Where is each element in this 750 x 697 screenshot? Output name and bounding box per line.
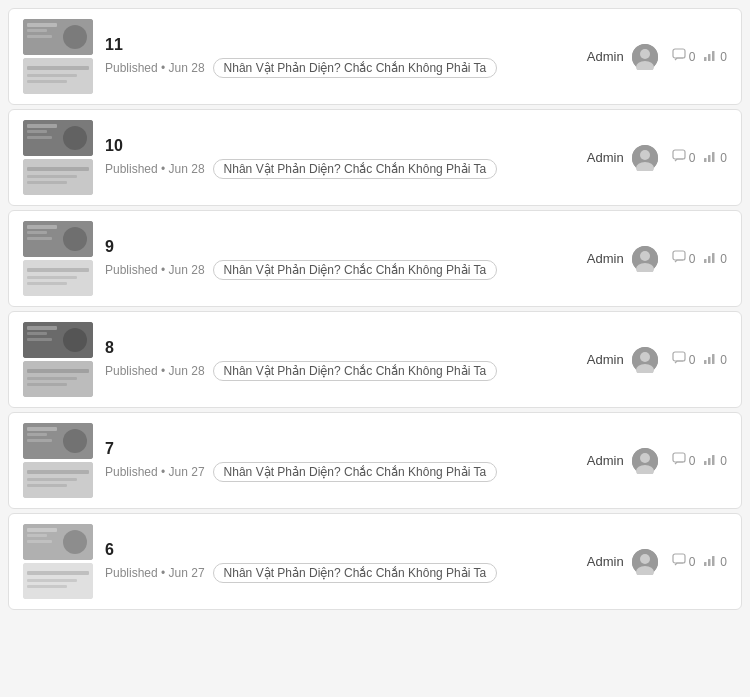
svg-rect-46 <box>708 256 711 263</box>
svg-rect-70 <box>27 470 89 474</box>
views-stat: 0 <box>703 553 727 570</box>
list-item[interactable]: 9 Published • Jun 28 Nhân Vật Phản Diện?… <box>8 210 742 307</box>
list-item[interactable]: 11 Published • Jun 28 Nhân Vật Phản Diện… <box>8 8 742 105</box>
comment-count: 0 <box>689 252 696 266</box>
thumbnail-group <box>23 19 93 94</box>
chapter-number: 10 <box>105 137 575 155</box>
svg-rect-44 <box>673 251 685 260</box>
svg-rect-13 <box>704 57 707 61</box>
card-info: 6 Published • Jun 27 Nhân Vật Phản Diện?… <box>105 541 575 583</box>
list-item[interactable]: 7 Published • Jun 27 Nhân Vật Phản Diện?… <box>8 412 742 509</box>
svg-point-36 <box>63 227 87 251</box>
comment-icon <box>672 351 686 368</box>
svg-rect-29 <box>704 158 707 162</box>
author-name: Admin <box>587 150 624 165</box>
comment-count: 0 <box>689 50 696 64</box>
svg-rect-55 <box>27 377 77 380</box>
svg-rect-47 <box>712 253 715 263</box>
card-right: Admin 0 <box>587 448 727 474</box>
svg-rect-45 <box>704 259 707 263</box>
svg-rect-24 <box>27 181 67 184</box>
author-name: Admin <box>587 49 624 64</box>
svg-point-74 <box>640 453 650 463</box>
svg-rect-88 <box>27 585 67 588</box>
series-tag[interactable]: Nhân Vật Phản Diện? Chắc Chắn Không Phải… <box>213 159 498 179</box>
thumbnail-group <box>23 221 93 296</box>
meta-row: Published • Jun 28 Nhân Vật Phản Diện? C… <box>105 159 575 179</box>
avatar <box>632 246 658 272</box>
svg-rect-87 <box>27 579 77 582</box>
list-item[interactable]: 6 Published • Jun 27 Nhân Vật Phản Diện?… <box>8 513 742 610</box>
meta-row: Published • Jun 28 Nhân Vật Phản Diện? C… <box>105 260 575 280</box>
comment-stat: 0 <box>672 48 696 65</box>
series-tag[interactable]: Nhân Vật Phản Diện? Chắc Chắn Không Phải… <box>213 462 498 482</box>
svg-rect-17 <box>27 124 57 128</box>
svg-rect-72 <box>27 484 67 487</box>
svg-rect-14 <box>708 54 711 61</box>
svg-rect-66 <box>27 433 47 436</box>
views-icon <box>703 351 717 368</box>
comment-stat: 0 <box>672 149 696 166</box>
comment-icon <box>672 452 686 469</box>
svg-rect-77 <box>704 461 707 465</box>
views-count: 0 <box>720 555 727 569</box>
svg-rect-50 <box>27 332 47 335</box>
svg-rect-62 <box>708 357 711 364</box>
status-date: Published • Jun 28 <box>105 364 205 378</box>
svg-rect-40 <box>27 282 67 285</box>
svg-rect-3 <box>27 35 52 38</box>
avatar <box>632 145 658 171</box>
svg-rect-7 <box>27 74 77 77</box>
series-tag[interactable]: Nhân Vật Phản Diện? Chắc Chắn Không Phải… <box>213 58 498 78</box>
list-item[interactable]: 10 Published • Jun 28 Nhân Vật Phản Diện… <box>8 109 742 206</box>
svg-point-26 <box>640 150 650 160</box>
svg-rect-79 <box>712 455 715 465</box>
thumbnail-bottom <box>23 563 93 599</box>
avatar <box>632 347 658 373</box>
svg-rect-18 <box>27 130 47 133</box>
card-info: 9 Published • Jun 28 Nhân Vật Phản Diện?… <box>105 238 575 280</box>
svg-point-42 <box>640 251 650 261</box>
views-icon <box>703 149 717 166</box>
series-tag[interactable]: Nhân Vật Phản Diện? Chắc Chắn Không Phải… <box>213 563 498 583</box>
svg-rect-6 <box>27 66 89 70</box>
svg-rect-67 <box>27 439 52 442</box>
views-stat: 0 <box>703 149 727 166</box>
svg-rect-92 <box>673 554 685 563</box>
series-tag[interactable]: Nhân Vật Phản Diện? Chắc Chắn Không Phải… <box>213 361 498 381</box>
status-date: Published • Jun 28 <box>105 263 205 277</box>
views-stat: 0 <box>703 48 727 65</box>
thumbnail-top <box>23 120 93 156</box>
comment-stat: 0 <box>672 452 696 469</box>
svg-rect-1 <box>27 23 57 27</box>
thumbnail-top <box>23 322 93 358</box>
svg-point-84 <box>63 530 87 554</box>
svg-rect-81 <box>27 528 57 532</box>
card-right: Admin 0 <box>587 246 727 272</box>
svg-rect-34 <box>27 231 47 234</box>
avatar <box>632 448 658 474</box>
comment-count: 0 <box>689 555 696 569</box>
svg-rect-23 <box>27 175 77 178</box>
thumbnail-group <box>23 322 93 397</box>
thumbnail-group <box>23 120 93 195</box>
svg-rect-56 <box>27 383 67 386</box>
svg-rect-19 <box>27 136 52 139</box>
svg-point-20 <box>63 126 87 150</box>
views-count: 0 <box>720 454 727 468</box>
svg-rect-30 <box>708 155 711 162</box>
thumbnail-top <box>23 221 93 257</box>
svg-rect-31 <box>712 152 715 162</box>
views-icon <box>703 48 717 65</box>
card-right: Admin 0 <box>587 549 727 575</box>
series-tag[interactable]: Nhân Vật Phản Diện? Chắc Chắn Không Phải… <box>213 260 498 280</box>
comment-icon <box>672 48 686 65</box>
thumbnail-top <box>23 19 93 55</box>
views-stat: 0 <box>703 452 727 469</box>
list-item[interactable]: 8 Published • Jun 28 Nhân Vật Phản Diện?… <box>8 311 742 408</box>
card-info: 10 Published • Jun 28 Nhân Vật Phản Diện… <box>105 137 575 179</box>
author-name: Admin <box>587 352 624 367</box>
svg-rect-63 <box>712 354 715 364</box>
svg-rect-82 <box>27 534 47 537</box>
stats: 0 0 <box>672 250 727 267</box>
